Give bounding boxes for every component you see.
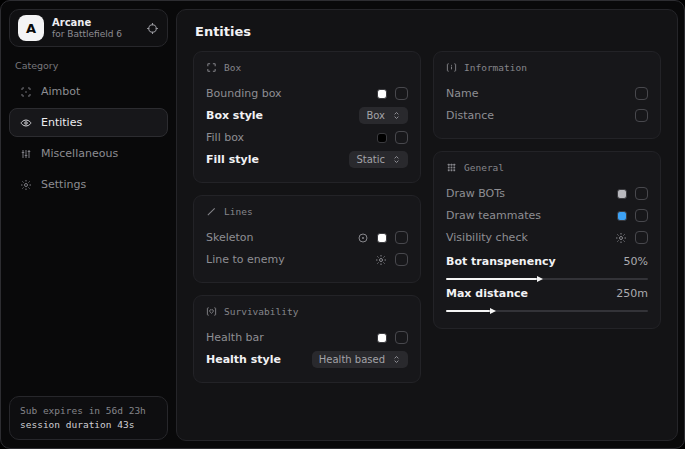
session-duration-text: session duration 43s xyxy=(20,418,157,432)
checkbox[interactable] xyxy=(635,109,648,122)
setting-label: Fill box xyxy=(206,131,244,144)
sidebar-item-label: Miscellaneous xyxy=(41,147,118,160)
checkbox[interactable] xyxy=(395,253,408,266)
setting-label: Fill style xyxy=(206,153,259,166)
box-style-dropdown[interactable]: Box xyxy=(359,107,408,124)
color-swatch[interactable] xyxy=(377,233,387,243)
app-window: A Arcane for Battlefield 6 Category xyxy=(0,0,685,449)
setting-label: Draw BOTs xyxy=(446,187,505,200)
survivability-card-header: Survivability xyxy=(206,306,408,317)
box-icon xyxy=(206,62,217,73)
card-title: Information xyxy=(464,62,527,73)
slider-thumb[interactable] xyxy=(490,308,496,314)
max-distance-slider-block: Max distance 250m xyxy=(446,287,648,312)
setting-label: Bot transpenency xyxy=(446,255,556,268)
gear-icon[interactable] xyxy=(615,232,627,244)
setting-row-draw-bots: Draw BOTs xyxy=(446,183,648,204)
sidebar-item-miscellaneous[interactable]: Miscellaneous xyxy=(9,139,168,168)
card-columns: Box Bounding box Box style Box xyxy=(193,51,661,383)
lines-card: Lines Skeleton xyxy=(193,195,421,283)
checkbox[interactable] xyxy=(635,209,648,222)
left-column: Box Bounding box Box style Box xyxy=(193,51,421,383)
color-swatch[interactable] xyxy=(617,211,627,221)
general-card-header: General xyxy=(446,162,648,173)
setting-label: Box style xyxy=(206,109,263,122)
setting-row-health-bar: Health bar xyxy=(206,327,408,348)
bot-transparency-slider-block: Bot transpenency 50% xyxy=(446,255,648,280)
right-column: Information Name Distance xyxy=(433,51,661,329)
setting-label: Distance xyxy=(446,109,494,122)
max-distance-slider[interactable] xyxy=(446,310,648,312)
card-title: General xyxy=(464,162,504,173)
card-title: Survivability xyxy=(224,306,298,317)
health-style-dropdown[interactable]: Health based xyxy=(312,351,408,368)
setting-row-line-to-enemy: Line to enemy xyxy=(206,249,408,270)
sidebar-item-settings[interactable]: Settings xyxy=(9,170,168,199)
category-label: Category xyxy=(15,60,162,71)
sub-expires-text: Sub expires in 56d 23h xyxy=(20,404,157,418)
eye-icon xyxy=(19,117,32,129)
crosshair-icon xyxy=(19,86,32,98)
fill-style-dropdown[interactable]: Static xyxy=(349,151,408,168)
gear-icon xyxy=(19,179,32,191)
setting-label: Max distance xyxy=(446,287,528,300)
checkbox[interactable] xyxy=(635,231,648,244)
chevrons-up-down-icon xyxy=(392,155,401,164)
color-swatch[interactable] xyxy=(377,133,387,143)
checkbox[interactable] xyxy=(395,331,408,344)
card-title: Box xyxy=(224,62,241,73)
information-card-header: Information xyxy=(446,62,648,73)
setting-row-bounding-box: Bounding box xyxy=(206,83,408,104)
dropdown-value: Static xyxy=(356,154,385,165)
checkbox[interactable] xyxy=(395,231,408,244)
sidebar-item-entities[interactable]: Entities xyxy=(9,108,168,137)
information-card: Information Name Distance xyxy=(433,51,661,139)
info-brackets-icon xyxy=(446,62,457,73)
bot-transparency-slider[interactable] xyxy=(446,278,648,280)
target-icon[interactable] xyxy=(146,22,159,35)
color-swatch[interactable] xyxy=(377,89,387,99)
dropdown-value: Health based xyxy=(319,354,385,365)
subscription-card: Sub expires in 56d 23h session duration … xyxy=(9,396,168,441)
checkbox[interactable] xyxy=(395,87,408,100)
main-panel: Entities Box xyxy=(176,9,678,441)
chevrons-up-down-icon xyxy=(392,111,401,120)
sidebar-nav: Aimbot Entities xyxy=(9,77,168,199)
color-swatch[interactable] xyxy=(617,189,627,199)
heart-brackets-icon xyxy=(206,306,217,317)
slider-value: 50% xyxy=(624,255,648,268)
setting-label: Visibility check xyxy=(446,231,528,244)
sidebar-item-aimbot[interactable]: Aimbot xyxy=(9,77,168,106)
survivability-card: Survivability Health bar Health style He… xyxy=(193,295,421,383)
slider-value: 250m xyxy=(616,287,648,300)
setting-label: Health bar xyxy=(206,331,264,344)
setting-label: Line to enemy xyxy=(206,253,285,266)
sidebar-item-label: Entities xyxy=(41,116,82,129)
sidebar-item-label: Settings xyxy=(41,178,86,191)
setting-row-fill-style: Fill style Static xyxy=(206,149,408,170)
setting-label: Draw teammates xyxy=(446,209,541,222)
checkbox[interactable] xyxy=(635,87,648,100)
profile-card[interactable]: A Arcane for Battlefield 6 xyxy=(9,9,168,47)
card-title: Lines xyxy=(224,206,253,217)
setting-row-name: Name xyxy=(446,83,648,104)
setting-label: Bounding box xyxy=(206,87,282,100)
checkbox[interactable] xyxy=(395,131,408,144)
line-icon xyxy=(206,206,217,217)
sidebar-spacer xyxy=(9,199,168,396)
setting-label: Skeleton xyxy=(206,231,254,244)
setting-row-distance: Distance xyxy=(446,105,648,126)
setting-label: Health style xyxy=(206,353,281,366)
sidebar: A Arcane for Battlefield 6 Category xyxy=(1,1,176,448)
checkbox[interactable] xyxy=(635,187,648,200)
sidebar-item-label: Aimbot xyxy=(41,85,80,98)
setting-row-box-style: Box style Box xyxy=(206,105,408,126)
setting-row-health-style: Health style Health based xyxy=(206,349,408,370)
gear-icon[interactable] xyxy=(375,254,387,266)
app-subtitle: for Battlefield 6 xyxy=(52,29,138,39)
color-swatch[interactable] xyxy=(377,333,387,343)
target-dot-icon[interactable] xyxy=(357,232,369,244)
setting-row-draw-teammates: Draw teammates xyxy=(446,205,648,226)
sliders-icon xyxy=(19,148,32,160)
slider-thumb[interactable] xyxy=(537,276,543,282)
